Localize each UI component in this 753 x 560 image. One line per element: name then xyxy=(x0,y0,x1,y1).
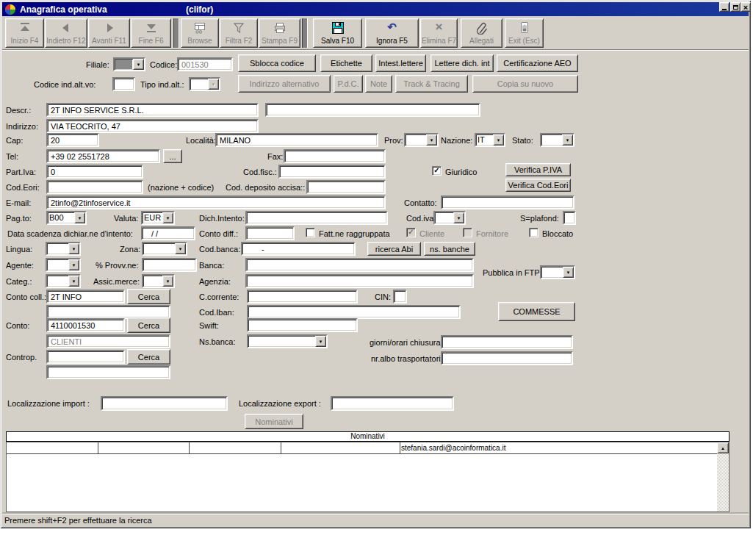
salva-button[interactable]: Salva F10 xyxy=(313,18,362,48)
data-scadenza-input[interactable] xyxy=(141,226,195,240)
cod-deposito-accisa-input[interactable] xyxy=(306,180,386,194)
controp-input[interactable] xyxy=(46,350,125,364)
intest-lettere-button[interactable]: Intest.lettere xyxy=(375,54,426,72)
cod-iban-input[interactable] xyxy=(247,305,461,319)
pdc-button[interactable]: P.d.C. xyxy=(334,75,363,93)
pag-to-combo[interactable]: B00 xyxy=(46,211,87,225)
conto-input[interactable] xyxy=(46,318,125,332)
allegati-button[interactable]: Allegati xyxy=(461,18,502,48)
elimina-button[interactable]: × Elimina F7 xyxy=(420,18,458,48)
tel-input[interactable] xyxy=(46,149,160,163)
ns-banche-button[interactable]: ns. banche xyxy=(424,242,475,256)
lingua-combo[interactable] xyxy=(46,242,81,256)
close-button[interactable]: × xyxy=(741,2,751,12)
email-input[interactable] xyxy=(46,195,386,209)
scroll-up-button[interactable]: ▲ xyxy=(717,442,729,453)
assic-merce-combo[interactable] xyxy=(142,274,175,288)
chevron-down-icon[interactable] xyxy=(493,134,504,146)
chevron-down-icon[interactable] xyxy=(426,134,437,146)
chevron-down-icon[interactable] xyxy=(74,212,85,223)
valuta-combo[interactable]: EUR xyxy=(141,211,175,225)
cliente-checkbox[interactable]: ✓ xyxy=(406,228,416,237)
chevron-down-icon[interactable] xyxy=(562,134,573,146)
chevron-down-icon[interactable] xyxy=(68,243,79,254)
chevron-down-icon[interactable] xyxy=(563,267,574,278)
controp-descr-input[interactable] xyxy=(46,365,170,379)
verifica-cod-eori-button[interactable]: Verifica Cod.Eori xyxy=(505,179,571,192)
codice-ind-alt-input[interactable] xyxy=(112,77,135,91)
exit-button[interactable]: Exit (Esc) xyxy=(505,18,544,48)
descr2-input[interactable] xyxy=(265,103,480,117)
chevron-down-icon[interactable] xyxy=(175,243,186,254)
descr-input[interactable] xyxy=(46,103,259,117)
s-plafond-input[interactable] xyxy=(563,211,576,225)
localita-input[interactable] xyxy=(215,133,378,147)
chevron-down-icon[interactable] xyxy=(453,212,464,223)
fax-input[interactable] xyxy=(284,149,386,163)
nr-albo-input[interactable] xyxy=(441,351,573,365)
chevron-down-icon[interactable] xyxy=(162,276,173,287)
filiale-combo[interactable] xyxy=(113,57,145,71)
indirizzo-alternativo-button[interactable]: Indirizzo alternativo xyxy=(238,75,331,93)
cerca-controp-button[interactable]: Cerca xyxy=(127,349,170,365)
ns-banca-combo[interactable] xyxy=(247,334,328,348)
chevron-down-icon[interactable] xyxy=(133,59,144,70)
ignora-button[interactable]: ↶ Ignora F5 xyxy=(365,18,419,48)
chevron-down-icon[interactable] xyxy=(68,276,79,287)
nominativi-grid[interactable]: stefania.sardi@acoinformatica.it ▲ xyxy=(6,442,729,512)
minimize-button[interactable] xyxy=(719,2,729,12)
indirizzo-input[interactable] xyxy=(46,119,259,133)
browse-button[interactable]: Browse xyxy=(181,18,219,48)
c-corrente-input[interactable] xyxy=(247,290,358,304)
nominativi-button[interactable]: Nominativi xyxy=(245,414,303,429)
cod-eori-input[interactable] xyxy=(46,180,143,194)
prov-combo[interactable] xyxy=(404,133,439,147)
loc-export-input[interactable] xyxy=(331,396,454,411)
filtra-button[interactable]: Filtra F2 xyxy=(220,18,258,48)
giuridico-checkbox[interactable]: ✓ xyxy=(432,166,442,176)
dich-intento-input[interactable] xyxy=(245,211,388,225)
swift-input[interactable] xyxy=(247,318,358,332)
scrollbar-track[interactable] xyxy=(717,453,729,511)
lettere-dich-int-button[interactable]: Lettere dich. int xyxy=(430,54,494,72)
contatto-input[interactable] xyxy=(441,195,574,209)
nazione-combo[interactable]: IT xyxy=(475,133,505,147)
fatt-raggruppata-checkbox[interactable] xyxy=(306,228,315,237)
track-tracing-button[interactable]: Track & Tracing xyxy=(395,75,468,93)
fornitore-checkbox[interactable] xyxy=(463,228,472,237)
chevron-down-icon[interactable] xyxy=(68,259,79,270)
cerca-conto-button[interactable]: Cerca xyxy=(127,317,170,333)
codice-input[interactable] xyxy=(177,57,233,71)
cap-input[interactable] xyxy=(46,133,99,147)
chevron-down-icon[interactable] xyxy=(315,336,326,347)
cin-input[interactable] xyxy=(393,290,407,304)
giorni-chiusura-input[interactable] xyxy=(441,335,573,349)
etichette-button[interactable]: Etichette xyxy=(320,54,372,72)
conto-diff-input[interactable] xyxy=(245,226,295,240)
tel-more-button[interactable]: ... xyxy=(163,149,182,163)
chevron-down-icon[interactable] xyxy=(162,212,173,223)
indietro-button[interactable]: Indietro F12 xyxy=(45,18,87,48)
agente-combo[interactable] xyxy=(46,258,81,272)
tipo-ind-alt-combo[interactable] xyxy=(189,77,220,91)
grid-row[interactable]: stefania.sardi@acoinformatica.it xyxy=(7,442,717,454)
stato-combo[interactable] xyxy=(540,133,574,147)
verifica-piva-button[interactable]: Verifica P.IVA xyxy=(505,163,571,176)
conto-coll-input[interactable] xyxy=(46,290,125,304)
provv-ne-input[interactable] xyxy=(142,258,197,272)
cerca-conto-coll-button[interactable]: Cerca xyxy=(127,289,170,304)
avanti-button[interactable]: Avanti F11 xyxy=(88,18,130,48)
part-iva-input[interactable] xyxy=(46,165,143,179)
copia-su-nuovo-button[interactable]: Copia su nuovo xyxy=(472,75,578,93)
title-bar[interactable]: Anagrafica operativa (clifor) xyxy=(2,2,749,16)
maximize-button[interactable] xyxy=(730,2,741,12)
loc-import-input[interactable] xyxy=(101,396,228,411)
chevron-down-icon[interactable] xyxy=(208,79,219,90)
cod-iva-combo[interactable] xyxy=(433,211,466,225)
ricerca-abi-button[interactable]: ricerca Abi xyxy=(367,242,421,256)
zona-combo[interactable] xyxy=(142,242,187,256)
sblocca-codice-button[interactable]: Sblocca codice xyxy=(238,54,316,72)
cod-banca-input[interactable] xyxy=(241,242,356,256)
bloccato-checkbox[interactable] xyxy=(529,228,538,237)
commesse-button[interactable]: COMMESSE xyxy=(498,302,575,321)
